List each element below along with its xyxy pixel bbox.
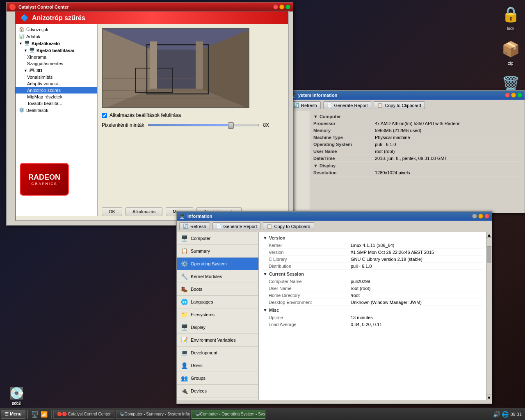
sidebar-item-groups[interactable]: 👥 Groups <box>177 372 258 385</box>
copy-clipboard-button-main[interactable]: 📋 Copy to Clipboard <box>263 222 314 230</box>
sysinfo-main-right: ▼ Version Kernel Linux 4.1.11 (x86_64) V… <box>259 232 486 400</box>
version-section-header[interactable]: ▼ Version <box>262 234 483 242</box>
max-button-back[interactable] <box>517 93 522 98</box>
taskbar-right: 🔊 🌐 09:31 <box>493 411 525 418</box>
sidebar-item-processor[interactable]: ⚡ Processor <box>177 397 258 400</box>
anizo-title: Anizotróp szűrés <box>32 14 85 22</box>
svg-rect-4 <box>152 50 201 89</box>
right-icons-panel: 🔒 lock 📦 zip 🗑️ <box>500 4 521 96</box>
sidebar-kijelzokez[interactable]: ▼🖥️Kijelzőkezelő <box>16 40 97 47</box>
copy-clipboard-button-back[interactable]: 📋 Copy to Clipboard <box>374 101 425 109</box>
devices-icon: 🔌 <box>180 387 188 395</box>
taskbar-sysinfo-os[interactable]: 🖥️ Computer - Operating System - Syste <box>192 410 265 419</box>
taskbar-catalyst[interactable]: 🔴 🔴 Catalyst Control Center <box>53 410 114 419</box>
scrollbar-thumb[interactable] <box>487 246 491 262</box>
sidebar-item-summary[interactable]: 📋 Summary <box>177 245 258 258</box>
taskbar-menu-button[interactable]: ☰ Menu <box>1 410 25 419</box>
drive-sdc2[interactable]: 💽 sdc2 <box>4 386 29 406</box>
distribution-row: Distribution puli - 6.1.0 <box>262 263 483 270</box>
sidebar-item-boots[interactable]: 🥾 Boots <box>177 283 258 296</box>
sidebar-kijelzobeall[interactable]: ▼🖥️Kijelző beállításai <box>16 47 97 54</box>
max-button-catalyst[interactable] <box>285 5 290 9</box>
username-row: User Name root (root) <box>313 148 521 155</box>
override-checkbox[interactable] <box>102 113 107 118</box>
scrollbar-up-button[interactable]: ▲ <box>486 232 492 238</box>
tray-icon-2[interactable]: 📶 <box>41 411 48 418</box>
sidebar-udvozoljuk[interactable]: 🏠Üdvözöljük <box>16 26 97 33</box>
sidebar-item-filesystems[interactable]: 📁 Filesystems <box>177 308 258 321</box>
anizo-preview-image <box>102 28 249 108</box>
scrollbar-vertical[interactable]: ▲ ▼ <box>486 232 492 400</box>
sidebar-beallitasok[interactable]: ⚙️Beállítások <box>16 107 97 114</box>
sidebar-vonalasitas[interactable]: Vonalsimítás <box>16 74 97 80</box>
window-controls-catalyst <box>273 5 290 9</box>
catalyst-titlebar: 🔴 Catalyst Control Center <box>7 2 293 11</box>
sidebar-3d[interactable]: ▼🎮3D <box>16 67 97 74</box>
window-controls-back <box>505 93 522 98</box>
scrollbar-down-button[interactable]: ▼ <box>486 395 492 400</box>
sidebar-item-env-vars[interactable]: 📝 Environment Variables <box>177 334 258 347</box>
sidebar-item-operating-system[interactable]: ⚙️ Operating System <box>177 258 258 270</box>
ok-button[interactable]: OK <box>102 207 122 216</box>
slider-fill <box>148 124 231 126</box>
close-button-main[interactable] <box>472 214 477 219</box>
session-section-header[interactable]: ▼ Current Session <box>262 270 483 278</box>
sidebar-item-development[interactable]: 💻 Development <box>177 347 258 359</box>
volume-icon[interactable]: 🔊 <box>493 411 500 418</box>
sysinfo-back-main: ▼ Computer Processor 4x AMD Athlon(tm) 5… <box>310 111 525 210</box>
resolution-row: Resolution 525x420 pixels <box>313 169 521 176</box>
apply-button[interactable]: Alkalmazás <box>126 207 162 216</box>
anizo-main: Alkalmazás beállítások felülírása Pixele… <box>98 24 288 216</box>
tray-icon-1[interactable]: 🖥️ <box>31 411 38 418</box>
lock-icon-desktop[interactable]: 🔒 lock <box>500 4 521 31</box>
taskbar-sysinfo-summary[interactable]: 🖥️ Computer - Summary - System Inforn <box>116 410 190 419</box>
min-button-main[interactable] <box>478 214 483 219</box>
refresh-button-main[interactable]: 🔄 Refresh <box>179 222 210 230</box>
sidebar-item-devices[interactable]: 🔌 Devices <box>177 385 258 397</box>
sysinfo-back-window: 🖥️ ystem Information 🔄 Refresh 📄 Generat… <box>287 90 525 213</box>
sidebar-tovabbi[interactable]: További beállítá... <box>16 100 97 107</box>
os-row: Operating System puli - 6.1.0 <box>313 141 521 148</box>
max-button-main[interactable] <box>484 214 489 219</box>
sidebar-adatok[interactable]: 📊Adatok <box>16 33 97 40</box>
close-button-back[interactable] <box>505 93 510 98</box>
sidebar-szaggatásmentes[interactable]: Szaggatásmentes <box>16 60 97 67</box>
sysinfo-main-window: 🖥️ Information 🔄 Refresh 📄 Generate Repo… <box>176 211 492 404</box>
sidebar-xinerama[interactable]: Xinerama <box>16 54 97 60</box>
kernel-row: Kernel Linux 4.1.11 (x86_64) <box>262 242 483 249</box>
sidebar-adaptiv[interactable]: Adaptív vonalsi... <box>16 80 97 87</box>
machine-type-row: Machine Type Physical machine <box>313 134 521 141</box>
refresh-button-back[interactable]: 🔄 Refresh <box>290 101 321 109</box>
misc-section-header[interactable]: ▼ Misc <box>262 306 483 314</box>
computer-name-row: Computer Name puli20299 <box>262 278 483 285</box>
sidebar-item-users[interactable]: 👤 Users <box>177 359 258 372</box>
processor-row: Processor 4x AMD Athlon(tm) 5350 APU wit… <box>313 120 521 127</box>
display-section-header: ▼ Display <box>313 162 521 169</box>
radeon-text: RADEON <box>28 173 60 182</box>
slider-thumb[interactable] <box>228 122 234 129</box>
sidebar-item-kernel-modules[interactable]: 🔧 Kernel Modules <box>177 270 258 283</box>
users-icon: 👤 <box>180 361 188 370</box>
min-button-catalyst[interactable] <box>279 5 284 9</box>
version-row: Version #1 SMP Mon Oct 26 22:26:46 AEST … <box>262 249 483 256</box>
min-button-back[interactable] <box>511 93 516 98</box>
sidebar-anizotrop[interactable]: Anizotróp szűrés <box>16 87 97 94</box>
home-dir-row: Home Directory /root <box>262 292 483 299</box>
slider-row: Pixelenkénti minták 8X <box>102 122 284 128</box>
zip-icon-desktop[interactable]: 📦 zip <box>500 39 521 66</box>
network-icon[interactable]: 🌐 <box>502 411 509 418</box>
operating-system-icon: ⚙️ <box>180 260 188 268</box>
generate-report-button-main[interactable]: 📄 Generate Report <box>212 222 261 230</box>
taskbar-tray-icons: 🖥️ 📶 <box>29 411 50 418</box>
sidebar-mipmap[interactable]: MipMap részletek <box>16 94 97 100</box>
catalyst-title: Catalyst Control Center <box>18 5 69 9</box>
svg-rect-11 <box>196 41 203 89</box>
close-button-catalyst[interactable] <box>273 5 278 9</box>
checkbox-row: Alkalmazás beállítások felülírása <box>102 112 284 118</box>
generate-report-button-back[interactable]: 📄 Generate Report <box>323 101 372 109</box>
sidebar-item-computer[interactable]: 🖥️ Computer <box>177 232 258 245</box>
slider-track[interactable] <box>148 124 259 126</box>
sidebar-item-display[interactable]: 🖥️ Display <box>177 321 258 334</box>
sidebar-item-languages[interactable]: 🌐 Languages <box>177 296 258 308</box>
kernel-modules-icon: 🔧 <box>180 272 188 281</box>
